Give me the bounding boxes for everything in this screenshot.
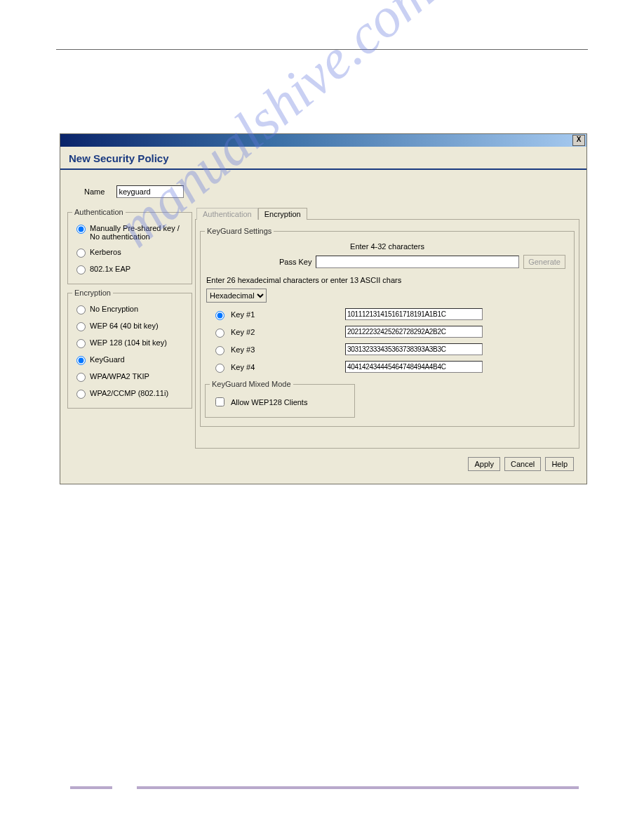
- auth-eap-radio[interactable]: [76, 265, 86, 274]
- encryption-group: Encryption No Encryption WEP 64 (40 bit …: [67, 289, 192, 409]
- enc-wep64-radio[interactable]: [76, 322, 86, 331]
- enc-wpa-tkip-label: WPA/WPA2 TKIP: [90, 372, 149, 380]
- keyguard-settings-group: KeyGuard Settings Enter 4-32 characters …: [200, 227, 575, 427]
- auth-eap-label: 802.1x EAP: [90, 265, 130, 273]
- keyguard-settings-legend: KeyGuard Settings: [205, 227, 274, 235]
- format-select[interactable]: Hexadecimal: [206, 289, 267, 303]
- cancel-button[interactable]: Cancel: [504, 457, 541, 471]
- allow-wep128-checkbox[interactable]: [215, 397, 224, 406]
- passkey-input[interactable]: [316, 256, 519, 268]
- encryption-legend: Encryption: [72, 289, 113, 297]
- page-rule: [56, 49, 588, 50]
- authentication-legend: Authentication: [72, 208, 126, 216]
- enc-keyguard-label: KeyGuard: [90, 355, 125, 364]
- key4-label: Key #4: [231, 363, 255, 371]
- key3-radio[interactable]: [215, 346, 224, 355]
- authentication-group: Authentication Manually Pre-shared key /…: [67, 208, 192, 284]
- enc-keyguard-radio[interactable]: [76, 356, 86, 365]
- key3-label: Key #3: [231, 345, 255, 354]
- hex-note: Enter 26 hexadecimal characters or enter…: [205, 274, 570, 289]
- enc-wpa2-ccmp-radio[interactable]: [76, 390, 86, 399]
- right-panel: KeyGuard Settings Enter 4-32 characters …: [195, 219, 579, 449]
- enc-wpa-tkip-radio[interactable]: [76, 373, 86, 382]
- key4-input[interactable]: [345, 361, 483, 373]
- auth-kerberos-radio[interactable]: [76, 249, 86, 258]
- enc-wep128-label: WEP 128 (104 bit key): [90, 338, 167, 347]
- close-icon[interactable]: X: [572, 135, 585, 146]
- passkey-label: Pass Key: [209, 258, 311, 266]
- name-label: Name: [84, 187, 105, 196]
- dialog-window: X New Security Policy Name Authenticatio…: [60, 133, 587, 484]
- key1-label: Key #1: [231, 310, 255, 319]
- key2-input[interactable]: [345, 326, 483, 338]
- auth-preshared-label: Manually Pre-shared key / No authenticat…: [90, 224, 186, 241]
- tab-encryption[interactable]: Encryption: [258, 208, 307, 220]
- enc-none-label: No Encryption: [90, 305, 138, 313]
- dialog-content: Name Authentication Manually Pre-shared …: [60, 170, 586, 484]
- footer-buttons: Apply Cancel Help: [67, 453, 579, 477]
- enc-wep64-label: WEP 64 (40 bit key): [90, 322, 159, 330]
- keyguard-mixed-group: KeyGuard Mixed Mode Allow WEP128 Clients: [205, 380, 355, 418]
- dialog-title: New Security Policy: [60, 147, 586, 170]
- key3-input[interactable]: [345, 343, 483, 355]
- key1-input[interactable]: [345, 308, 483, 320]
- titlebar: X: [60, 134, 586, 147]
- right-tabs: Authentication Encryption: [196, 208, 579, 220]
- footer-rule-left: [70, 786, 112, 789]
- footer-rule-right: [137, 786, 579, 789]
- enc-none-radio[interactable]: [76, 305, 86, 315]
- tab-authentication[interactable]: Authentication: [196, 208, 258, 220]
- keyguard-mixed-legend: KeyGuard Mixed Mode: [210, 380, 293, 388]
- name-input[interactable]: [116, 185, 184, 198]
- key1-radio[interactable]: [215, 311, 224, 320]
- passkey-instruction: Enter 4-32 characters: [205, 239, 570, 252]
- auth-preshared-radio[interactable]: [76, 225, 86, 234]
- help-button[interactable]: Help: [545, 457, 574, 471]
- key2-radio[interactable]: [215, 329, 224, 338]
- allow-wep128-label: Allow WEP128 Clients: [231, 398, 307, 406]
- key4-radio[interactable]: [215, 364, 224, 373]
- name-row: Name: [67, 177, 579, 208]
- generate-button[interactable]: Generate: [523, 255, 565, 269]
- key2-label: Key #2: [231, 328, 255, 336]
- auth-kerberos-label: Kerberos: [90, 248, 121, 256]
- enc-wpa2-ccmp-label: WPA2/CCMP (802.11i): [90, 389, 168, 397]
- apply-button[interactable]: Apply: [468, 457, 500, 471]
- enc-wep128-radio[interactable]: [76, 339, 86, 348]
